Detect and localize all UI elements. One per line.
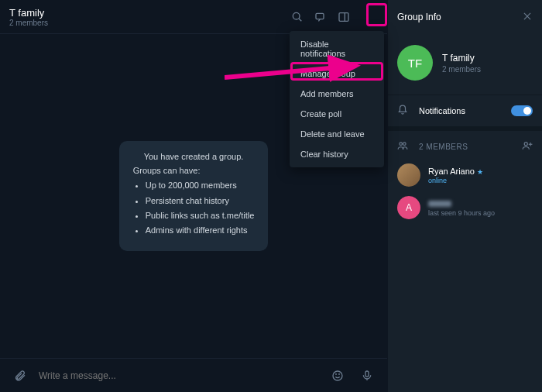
comments-icon[interactable] <box>310 6 331 28</box>
attach-icon[interactable] <box>9 365 31 387</box>
menu-delete-leave[interactable]: Delete and leave <box>290 124 384 144</box>
service-message: You have created a group. Groups can hav… <box>119 141 269 251</box>
mic-icon[interactable] <box>356 365 378 387</box>
svg-rect-3 <box>339 12 348 21</box>
notifications-row[interactable]: Notifications <box>388 95 542 126</box>
group-info-panel: Group Info TF T family 2 members Notific… <box>387 0 542 392</box>
member-name-redacted <box>428 201 451 207</box>
svg-line-1 <box>299 19 301 21</box>
svg-point-7 <box>366 19 368 21</box>
svg-point-6 <box>366 15 368 17</box>
group-members-count: 2 members <box>442 65 481 74</box>
service-bullet: Up to 200,000 members <box>146 180 255 191</box>
more-menu: Disable notifications Manage group Add m… <box>290 31 384 167</box>
menu-add-members[interactable]: Add members <box>290 84 384 104</box>
member-avatar <box>397 163 420 187</box>
svg-point-9 <box>336 373 337 374</box>
more-icon[interactable] <box>356 6 378 28</box>
menu-manage-group[interactable]: Manage group <box>290 64 384 84</box>
service-bullet: Public links such as t.me/title <box>146 210 255 222</box>
sidebar-title: Group Info <box>397 12 441 22</box>
member-row[interactable]: A last seen 9 hours ago <box>388 191 542 224</box>
svg-point-17 <box>524 143 527 146</box>
svg-rect-11 <box>365 371 369 377</box>
service-bullet: Admins with different rights <box>146 225 255 236</box>
menu-disable-notifications[interactable]: Disable notifications <box>290 34 384 64</box>
service-subheading: Groups can have: <box>133 166 255 175</box>
emoji-icon[interactable] <box>327 365 348 387</box>
owner-star-icon: ★ <box>477 168 483 176</box>
service-heading: You have created a group. <box>133 152 255 161</box>
search-icon[interactable] <box>286 6 308 28</box>
message-input[interactable] <box>39 370 319 381</box>
member-status: last seen 9 hours ago <box>428 209 495 217</box>
menu-create-poll[interactable]: Create poll <box>290 104 384 124</box>
svg-point-5 <box>366 12 368 14</box>
member-status: online <box>428 177 483 184</box>
svg-rect-2 <box>316 13 324 19</box>
notifications-toggle[interactable] <box>511 105 533 116</box>
group-avatar: TF <box>397 45 433 81</box>
chat-panel: T family 2 members You have c <box>0 0 387 392</box>
sidebar-header: Group Info <box>388 0 542 34</box>
notifications-label: Notifications <box>419 106 511 115</box>
svg-point-8 <box>333 371 342 380</box>
chat-input-bar <box>0 358 387 392</box>
chat-title-block[interactable]: T family 2 members <box>9 7 286 27</box>
members-header: 2 MEMBERS <box>388 126 542 159</box>
service-bullet: Persistent chat history <box>146 195 255 207</box>
chat-header: T family 2 members <box>0 0 387 34</box>
members-count-label: 2 MEMBERS <box>419 143 522 151</box>
member-name: Ryan Ariano <box>428 167 475 176</box>
group-name: T family <box>442 53 481 64</box>
svg-point-0 <box>293 12 300 19</box>
group-info-block: TF T family 2 members <box>388 34 542 95</box>
close-icon[interactable] <box>522 11 533 24</box>
bell-icon <box>397 105 408 117</box>
svg-point-15 <box>400 143 403 146</box>
menu-clear-history[interactable]: Clear history <box>290 144 384 164</box>
members-icon <box>397 140 408 153</box>
chat-title: T family <box>9 7 286 19</box>
add-member-icon[interactable] <box>522 140 533 153</box>
chat-subtitle: 2 members <box>9 19 286 27</box>
svg-point-16 <box>403 143 406 146</box>
member-avatar: A <box>397 196 420 219</box>
svg-point-10 <box>339 373 340 374</box>
member-row[interactable]: Ryan Ariano ★ online <box>388 159 542 191</box>
sidebar-toggle-icon[interactable] <box>333 6 355 28</box>
